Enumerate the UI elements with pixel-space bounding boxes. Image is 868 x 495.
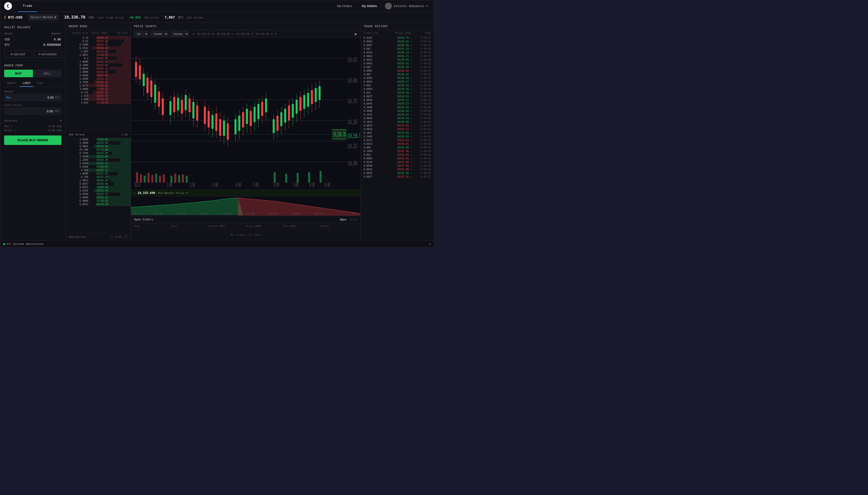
buy-order-row[interactable]: 0.00110328.15- (66, 169, 131, 172)
buy-order-row[interactable]: 1.290410329.35- (66, 158, 131, 162)
sell-order-row[interactable]: 1.00710344.00- (66, 50, 131, 53)
trade-history-row[interactable]: 0.0045 10339.33 ↗ 9:49:13 (361, 102, 434, 105)
trade-history-row[interactable]: 0.0047 10338.05 ↗ 9:50:02 (361, 44, 434, 47)
buy-order-row[interactable]: 1.000010327.95- (66, 172, 131, 175)
trade-history-row[interactable]: 0.0353 10333.01 ↘ 9:48:54 (361, 138, 434, 142)
timeframe-select[interactable]: 5m1m15m1h1d (134, 31, 148, 36)
aggregation-decrease-button[interactable]: − (110, 235, 114, 239)
settings-icon[interactable]: ⚙ (429, 242, 431, 246)
sell-order-row[interactable]: 3.1410344.45- (66, 36, 131, 39)
fills-tab[interactable]: Fills (349, 218, 357, 221)
buy-order-row[interactable]: 25.30010333.00- (66, 148, 131, 152)
market-order-tab[interactable]: MARKET (4, 80, 20, 87)
chart-type-select[interactable]: Candle (150, 31, 168, 36)
place-order-button[interactable]: PLACE BUY ORDER (4, 135, 62, 145)
sell-order-row[interactable]: 2.000010341.95- (66, 70, 131, 73)
trade-history-row[interactable]: 0.0054 10338.46 ↗ 9:49:20 (361, 87, 434, 91)
trade-history-row[interactable]: 0.005 10333.00 ↗ 9:48:53 (361, 146, 434, 149)
buy-tab[interactable]: BUY (4, 70, 33, 77)
trade-history-row[interactable]: 0.0027 10332.95 ↘ 9:48:22 (361, 175, 434, 178)
trade-history-row[interactable]: 0.007 10335.29 ↗ 9:49:49 (361, 47, 434, 51)
sell-order-row[interactable]: 1.000010340.65- (66, 77, 131, 80)
trade-history-row[interactable]: 0.0046 10339.54 ↗ 9:49:06 (361, 117, 434, 120)
trade-history-row[interactable]: 0.011 10338.05 ↗ 9:49:20 (361, 91, 434, 95)
trade-history-row[interactable]: 0.0027 10338.63 ↗ 9:49:20 (361, 95, 434, 98)
buy-order-row[interactable]: 0.099910329.25- (66, 162, 131, 165)
trade-history-row[interactable]: 0.4000 10336.80 ↗ 9:49:06 (361, 109, 434, 113)
sell-order-row[interactable]: 0.110342.90- (66, 56, 131, 60)
buy-order-row[interactable]: 1.002210326.50- (66, 179, 131, 182)
user-menu[interactable]: Satoshi Nakamoto ▼ (383, 2, 430, 11)
trade-history-row[interactable]: 0.2968 10336.82 ↗ 9:49:06 (361, 105, 434, 109)
trade-history-row[interactable]: 0.0023 10336.01 ↘ 9:48:53 (361, 142, 434, 146)
buy-order-row[interactable]: 2.500010334.95- (66, 141, 131, 145)
trade-history-row[interactable]: 0.3442 10336.83 ↗ 9:48:54 (361, 135, 434, 138)
aggregation-increase-button[interactable]: + (124, 235, 128, 239)
trade-history-row[interactable]: 0.0076 10336.13 ↗ 9:49:48 (361, 51, 434, 54)
sell-order-row[interactable]: 3.00010336.35- (66, 98, 131, 101)
amount-input[interactable] (13, 96, 54, 99)
trade-history-row[interactable]: 0.0024 10329.37 ↘ 9:49:01 (361, 127, 434, 131)
trade-history-row[interactable]: 0.0952 10336.81 ↗ 9:50:14 (361, 40, 434, 44)
trade-history-row[interactable]: 0.2933 10339.25 ↗ 9:49:06 (361, 113, 434, 117)
buy-order-row[interactable]: 1.000010325.45- (66, 196, 131, 199)
my-orders-button[interactable]: My Orders (333, 3, 356, 9)
trade-history-row[interactable]: 0.005 10336.28 ↗ 9:49:43 (361, 65, 434, 69)
nav-tab-trade[interactable]: Trade (18, 0, 37, 12)
sell-order-row[interactable]: 1.437110340.00- (66, 84, 131, 87)
trade-history-row[interactable]: 0.1094 10332.96 ↘ 9:48:53 (361, 149, 434, 153)
sell-order-row[interactable]: 0.0110344.40- (66, 39, 131, 43)
sell-order-row[interactable]: 0.600010341.80- (66, 73, 131, 77)
limit-order-tab[interactable]: LIMIT (20, 80, 34, 87)
sell-order-row[interactable]: 5.60110336.30- (66, 101, 131, 104)
trade-history-row[interactable]: 0.0076 10335.00 ↘ 9:49:02 (361, 124, 434, 127)
withdraw-button[interactable]: ⊖ WITHDRAW (34, 51, 62, 58)
trade-history-row[interactable]: 0.0102 10336.78 ↗ 9:50:15 (361, 36, 434, 40)
buy-order-row[interactable]: 0.002310326.40- (66, 186, 131, 189)
user-dropdown-icon[interactable]: ▼ (426, 4, 428, 8)
trade-history-row[interactable]: 0.001 10338.42 ↗ 9:49:26 (361, 84, 434, 87)
trade-history-row[interactable]: 0.1667 10333.60 ↗ 9:48:57 (361, 131, 434, 135)
trade-history-row[interactable]: 0.0463 10336.42 ↗ 9:49:43 (361, 62, 434, 65)
trade-history-row[interactable]: 0.0046 10332.95 ↗ 9:48:24 (361, 171, 434, 175)
sell-tab[interactable]: SELL (33, 70, 62, 77)
sell-order-row[interactable]: 0.592210344.30- (66, 46, 131, 50)
sell-order-row[interactable]: 0.100010342.65- (66, 63, 131, 67)
trade-history-row[interactable]: 0.0083 10331.02 ↘ 9:48:43 (361, 157, 434, 160)
buy-order-row[interactable]: 0.002110324.50- (66, 203, 131, 206)
max-link[interactable]: Max (6, 96, 11, 99)
buy-order-row[interactable]: 4.004510335.05- (66, 138, 131, 141)
sell-order-row[interactable]: 0.299910344.35- (66, 43, 131, 46)
select-market-button[interactable]: Select Market ▼ (28, 14, 58, 20)
chart-expand-button[interactable]: ▶ (355, 32, 357, 36)
trade-history-row[interactable]: 0.0001 10336.44 ↘ 9:49:37 (361, 69, 434, 73)
buy-order-row[interactable]: 0.098410333.50- (66, 145, 131, 148)
my-wallets-button[interactable]: My Wallets (358, 3, 381, 9)
open-tab[interactable]: Open (340, 218, 346, 221)
sell-order-row[interactable]: 0.13210337.35- (66, 91, 131, 94)
sell-order-row[interactable]: 2.41410336.55- (66, 94, 131, 98)
sell-order-row[interactable]: 0.068810342.15- (66, 67, 131, 70)
buy-order-row[interactable]: 0.050010325.75- (66, 192, 131, 196)
buy-order-row[interactable]: 3.026810329.00- (66, 165, 131, 169)
sell-order-row[interactable]: 0.759910340.35- (66, 80, 131, 84)
stop-order-tab[interactable]: STOP (34, 80, 46, 87)
trade-history-row[interactable]: 0.0234 10331.00 ↘ 9:48:28 (361, 160, 434, 164)
sell-order-row[interactable]: 3.000010339.25- (66, 87, 131, 91)
trade-history-row[interactable]: 0.0463 10336.71 ↗ 9:49:47 (361, 54, 434, 58)
trade-history-row[interactable]: 0.001 10332.95 ↘ 9:48:50 (361, 153, 434, 157)
buy-order-row[interactable]: 3.000010331.00- (66, 155, 131, 158)
trade-history-row[interactable]: 0.0093 10338.27 ↗ 9:49:28 (361, 80, 434, 84)
trade-history-row[interactable]: 0.0046 10339.22 ↗ 9:49:19 (361, 98, 434, 102)
deposit-button[interactable]: ⊕ DEPOSIT (4, 51, 32, 58)
buy-order-row[interactable]: 6.000010325.25- (66, 199, 131, 203)
trade-history-row[interactable]: 0.007 10338.42 ↗ 9:49:35 (361, 73, 434, 76)
buy-order-row[interactable]: 0.616810326.30- (66, 189, 131, 192)
trade-history-row[interactable]: 0.0016 10332.00 ↘ 9:48:24 (361, 168, 434, 171)
trade-history-row[interactable]: 0.1821 10338.98 ↗ 9:49:02 (361, 120, 434, 124)
sell-order-row[interactable]: 1.004710343.75- (66, 53, 131, 56)
sell-order-row[interactable]: 2.000010342.85- (66, 60, 131, 63)
limit-price-input[interactable] (6, 109, 53, 113)
trade-history-row[interactable]: 0.0023 10338.05 ↗ 9:49:48 (361, 58, 434, 62)
buy-order-row[interactable]: 0.759910332.90- (66, 152, 131, 155)
